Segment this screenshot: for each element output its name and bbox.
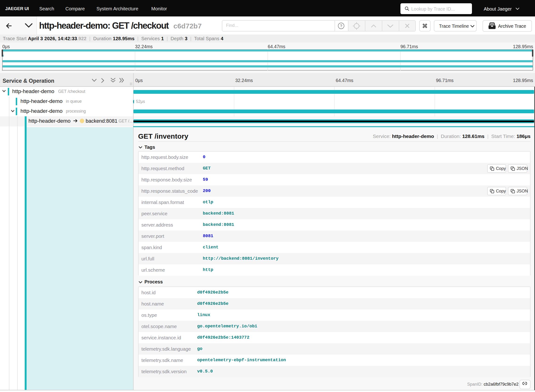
svg-text:?: ?: [340, 24, 342, 28]
